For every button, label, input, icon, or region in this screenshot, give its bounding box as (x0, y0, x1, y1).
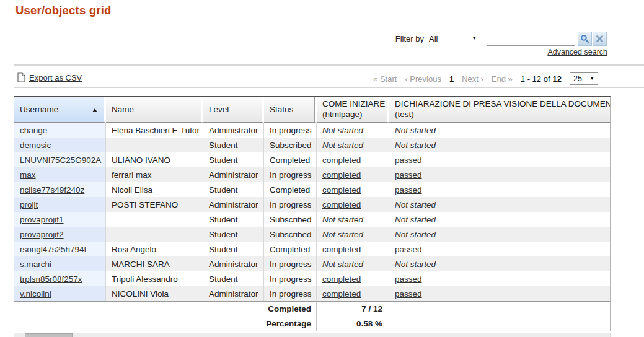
level-cell: Administrator (203, 256, 264, 271)
level-cell: Administrator (203, 286, 264, 301)
object-status-link[interactable]: completed (322, 155, 361, 165)
come-iniziare-cell: completed (317, 152, 389, 167)
dichiarazione-cell: passed (389, 167, 610, 182)
username-cell: rsongl47s25h794f (14, 242, 106, 256)
status-cell: Subscribed (264, 212, 317, 227)
status-cell: In progress (264, 123, 317, 138)
username-link[interactable]: provaprojit2 (20, 230, 64, 239)
table-row: projitPOSTI STEFANOAdministratorIn progr… (14, 197, 610, 212)
filter-bar: Filter by All ▼ (395, 31, 607, 46)
search-button[interactable] (578, 32, 592, 46)
username-link[interactable]: max (20, 170, 36, 180)
pagination-start[interactable]: « Start (373, 74, 397, 84)
come-iniziare-cell: completed (317, 182, 389, 197)
name-cell: Rosi Angelo (106, 242, 203, 256)
username-cell: s.marchi (14, 256, 106, 271)
table-row: demosicStudentSubscribedNot startedNot s… (14, 138, 610, 152)
search-icon (580, 34, 589, 43)
dichiarazione-cell: passed (389, 182, 610, 197)
username-link[interactable]: s.marchi (20, 260, 51, 269)
pagination-next[interactable]: Next › (462, 74, 483, 84)
column-header-come-iniziare[interactable]: COME INIZIARE (htmlpage) (317, 97, 389, 123)
column-header-status[interactable]: Status (264, 97, 317, 123)
object-status-link[interactable]: completed (322, 200, 361, 209)
table-row: trplsn85r08f257xTripoli AlessandroStuden… (14, 271, 610, 286)
table-row: s.marchiMARCHI SARAAdministratorIn progr… (14, 256, 610, 271)
filter-by-select[interactable]: All ▼ (426, 32, 480, 45)
table-row: LNUVNI75C25G902AULIANO IVANOStudentCompl… (14, 152, 610, 167)
dichiarazione-cell: passed (389, 271, 610, 286)
come-iniziare-cell: completed (317, 286, 389, 301)
username-link[interactable]: v.nicolini (20, 289, 51, 299)
scrollbar-thumb[interactable] (25, 333, 73, 337)
page-size-select-control[interactable]: 25 (570, 73, 598, 84)
object-status-link[interactable]: completed (322, 245, 361, 254)
table-row: provaprojit1StudentSubscribedNot started… (14, 212, 610, 227)
divider (14, 64, 644, 66)
percentage-value: 0.58 % (317, 316, 389, 331)
object-status-link[interactable]: completed (322, 274, 361, 284)
object-status-link[interactable]: passed (395, 170, 422, 180)
username-link[interactable]: change (20, 126, 47, 135)
table-row: v.nicoliniNICOLINI ViolaAdministratorIn … (14, 286, 610, 301)
username-link[interactable]: ncllse77s49f240z (20, 185, 84, 195)
object-status-link[interactable]: passed (395, 289, 422, 299)
pagination-previous[interactable]: ‹ Previous (405, 74, 441, 84)
name-cell: ULIANO IVANO (106, 152, 203, 167)
object-status-text: Not started (395, 215, 436, 224)
name-cell: Nicoli Elisa (106, 182, 203, 197)
object-status-text: Not started (322, 126, 363, 135)
dichiarazione-cell: Not started (389, 212, 610, 227)
username-link[interactable]: projit (20, 200, 38, 209)
object-status-link[interactable]: passed (395, 274, 422, 284)
footer-empty-cell (389, 316, 610, 331)
sort-ascending-icon (92, 108, 97, 112)
table-header-row: Username Name Level Status COME INIZIARE… (14, 97, 610, 123)
page-title: User/objects grid (15, 4, 112, 17)
export-csv-link[interactable]: Export as CSV (17, 72, 82, 82)
dichiarazione-cell: passed (389, 286, 610, 301)
object-status-link[interactable]: passed (395, 185, 422, 195)
dichiarazione-cell: passed (389, 242, 610, 256)
level-cell: Administrator (203, 167, 264, 182)
username-link[interactable]: demosic (20, 141, 51, 150)
column-header-username[interactable]: Username (14, 97, 106, 123)
pagination-total: 12 (553, 74, 562, 84)
dichiarazione-cell: Not started (389, 256, 610, 271)
come-iniziare-cell: Not started (317, 227, 389, 242)
username-link[interactable]: LNUVNI75C25G902A (20, 155, 101, 165)
dichiarazione-cell: Not started (389, 138, 610, 152)
table-row: rsongl47s25h794fRosi AngeloStudentComple… (14, 242, 610, 256)
username-link[interactable]: provaprojit1 (20, 215, 64, 224)
level-cell: Student (203, 227, 264, 242)
filter-by-select-control[interactable]: All (426, 32, 480, 45)
object-status-link[interactable]: passed (395, 155, 422, 165)
page-size-select[interactable]: 25 ▼ (570, 72, 598, 85)
object-status-link[interactable]: completed (322, 170, 361, 180)
pagination-current-page[interactable]: 1 (449, 74, 454, 84)
object-status-text: Not started (395, 200, 436, 209)
search-input[interactable] (487, 32, 575, 46)
level-cell: Student (203, 182, 264, 197)
clear-search-button[interactable] (593, 32, 607, 46)
object-status-link[interactable]: completed (322, 289, 361, 299)
dichiarazione-cell: Not started (389, 197, 610, 212)
table-row: maxferrari maxAdministratorIn progressco… (14, 167, 610, 182)
object-status-text: Not started (322, 260, 363, 269)
username-link[interactable]: rsongl47s25h794f (20, 245, 86, 254)
object-status-link[interactable]: passed (395, 245, 422, 254)
object-status-text: Not started (395, 260, 436, 269)
pagination-end[interactable]: End » (492, 74, 513, 84)
name-cell (106, 212, 203, 227)
username-link[interactable]: trplsn85r08f257x (20, 274, 82, 284)
level-cell: Student (203, 242, 264, 256)
object-status-text: Not started (395, 230, 436, 239)
advanced-search-link[interactable]: Advanced search (547, 48, 607, 56)
column-header-dichiarazione[interactable]: DICHIARAZIONE DI PRESA VISIONE DELLA DOC… (389, 97, 610, 123)
username-cell: trplsn85r08f257x (14, 271, 106, 286)
horizontal-scrollbar[interactable] (14, 333, 611, 337)
column-header-name[interactable]: Name (106, 97, 203, 123)
column-header-level[interactable]: Level (203, 97, 264, 123)
object-status-link[interactable]: completed (322, 185, 361, 195)
table-row: changeElena Baschieri E-TutorAdministrat… (14, 123, 610, 138)
